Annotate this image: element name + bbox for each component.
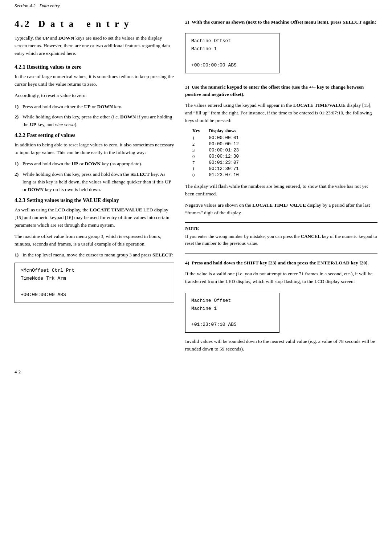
s422-steps: 1) Press and hold down the UP or DOWN ke…	[15, 160, 174, 194]
step3-header: 3) Use the numeric keypad to enter the o…	[185, 84, 377, 98]
s421-para1: In the case of large numerical values, i…	[15, 73, 174, 88]
lcd3-line4: +01:23:07:10 ABS	[191, 321, 273, 329]
left-column: 4.2 D a t a e n t r y Typically, the UP …	[15, 19, 174, 358]
s423-step1: 1) In the top level menu, move the curso…	[15, 251, 174, 259]
page-footer: 4-2	[0, 365, 392, 378]
subsection-423-title: 4.2.3 Setting values using the VALUE dis…	[15, 197, 174, 203]
keypad-display: 00:01:23:07	[209, 160, 248, 166]
keypad-key: 0	[192, 172, 209, 178]
keypad-key: 0	[192, 154, 209, 160]
keypad-row: 700:01:23:07	[192, 160, 248, 166]
right-step4: 4) Press and hold down the SHIFT key [23…	[185, 259, 377, 353]
lcd2-line3	[191, 53, 273, 61]
header-title: Section 4.2 - Data entry	[15, 3, 60, 9]
step3-para3: Negative values are shown on the LOCATE …	[185, 202, 377, 217]
lcd1-line4: +00:00:00:00 ABS	[21, 291, 168, 299]
keypad-col-display: Display shows	[209, 128, 248, 135]
s422-para1: In addition to being able to reset large…	[15, 141, 174, 157]
keypad-col-key: Key	[192, 128, 209, 135]
step3-para2: The display will flash while the numbers…	[185, 183, 377, 198]
lcd3-line2: Machine 1	[191, 305, 273, 313]
lcd3-line3	[191, 313, 273, 321]
step4-para1: If the value is a valid one (i.e. you do…	[185, 270, 377, 285]
keypad-row: 100:00:00:01	[192, 135, 248, 141]
intro-paragraph: Typically, the UP and DOWN keys are used…	[15, 35, 174, 57]
lcd1-line1: >McnOffset Ctrl Prt	[21, 267, 168, 275]
keypad-key: 3	[192, 147, 209, 154]
note-text: If you enter the wrong number by mistake…	[185, 233, 377, 247]
s421-step2: 2) While holding down this key, press th…	[15, 113, 174, 129]
keypad-key: 7	[192, 160, 209, 166]
lcd2-line1: Machine Offset	[191, 37, 273, 45]
s421-steps: 1) Press and hold down either the UP or …	[15, 103, 174, 129]
right-step2: 2) With the cursor as shown (next to the…	[185, 19, 377, 78]
step2-header: 2) With the cursor as shown (next to the…	[185, 19, 377, 26]
s423-steps: 1) In the top level menu, move the curso…	[15, 251, 174, 259]
page-number: 4-2	[15, 369, 21, 374]
keypad-key: 2	[192, 141, 209, 147]
lcd3-line1: Machine Offset	[191, 297, 273, 305]
keypad-display: 01:23:07:10	[209, 172, 248, 178]
page-content: 4.2 D a t a e n t r y Typically, the UP …	[0, 11, 392, 365]
keypad-display: 00:12:30:71	[209, 166, 248, 172]
s422-step1: 1) Press and hold down the UP or DOWN ke…	[15, 160, 174, 168]
keypad-display: 00:00:00:01	[209, 135, 248, 141]
keypad-row: 100:12:30:71	[192, 166, 248, 172]
lcd-display-1: >McnOffset Ctrl Prt TimeMode Trk Arm +00…	[15, 263, 174, 303]
keypad-key: 1	[192, 166, 209, 172]
keypad-row: 200:00:00:12	[192, 141, 248, 147]
step4-header: 4) Press and hold down the SHIFT key [23…	[185, 259, 377, 267]
s421-para2: Accordingly, to reset a value to zero:	[15, 92, 174, 100]
lcd-display-2: Machine Offset Machine 1 +00:00:00:00 AB…	[185, 33, 279, 73]
s423-para2: The machine offset value from menu group…	[15, 233, 174, 248]
lcd1-line3	[21, 283, 168, 291]
s423-para1: As well as using the LCD display, the LO…	[15, 206, 174, 229]
s421-step1: 1) Press and hold down either the UP or …	[15, 103, 174, 111]
subsection-422-title: 4.2.2 Fast setting of values	[15, 132, 174, 138]
lcd-display-3: Machine Offset Machine 1 +01:23:07:10 AB…	[185, 293, 279, 333]
keypad-display: 00:00:00:12	[209, 141, 248, 147]
lcd2-line2: Machine 1	[191, 45, 273, 53]
keypad-table: Key Display shows 100:00:00:01200:00:00:…	[192, 128, 248, 178]
subsection-421-title: 4.2.1 Resetting values to zero	[15, 64, 174, 70]
lcd1-line2: TimeMode Trk Arm	[21, 275, 168, 283]
note-box: NOTE If you enter the wrong number by mi…	[185, 222, 377, 254]
keypad-row: 300:00:01:23	[192, 147, 248, 154]
page-header: Section 4.2 - Data entry	[0, 0, 392, 11]
keypad-display: 00:00:01:23	[209, 147, 248, 154]
s422-step2: 2) While holding down this key, press an…	[15, 171, 174, 194]
lcd2-line4: +00:00:00:00 ABS	[191, 61, 273, 69]
keypad-display: 00:00:12:30	[209, 154, 248, 160]
keypad-row: 001:23:07:10	[192, 172, 248, 178]
note-label: NOTE	[185, 226, 377, 231]
right-column: 2) With the cursor as shown (next to the…	[185, 19, 377, 358]
keypad-key: 1	[192, 135, 209, 141]
section-title: 4.2 D a t a e n t r y	[15, 19, 174, 29]
step4-para2: Invalid values will be rounded down to t…	[185, 338, 377, 353]
step3-para1: The values entered using the keypad will…	[185, 102, 377, 125]
right-step3: 3) Use the numeric keypad to enter the o…	[185, 84, 377, 254]
keypad-row: 000:00:12:30	[192, 154, 248, 160]
